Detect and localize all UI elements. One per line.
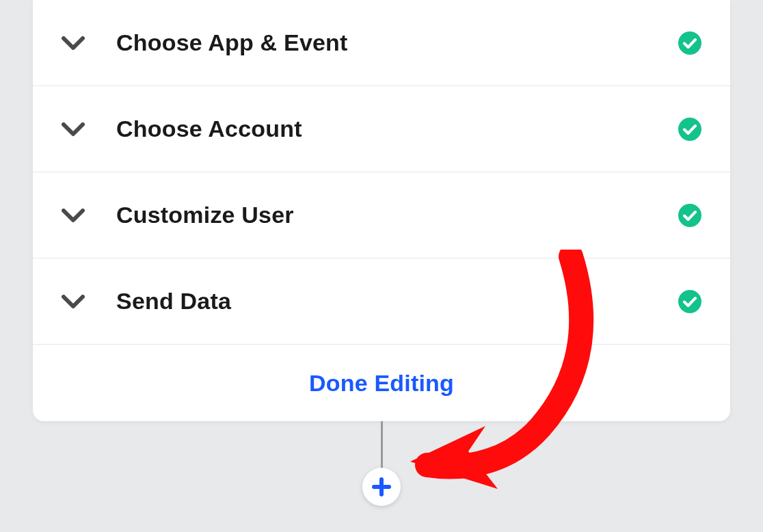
connector-line xyxy=(381,421,383,469)
chevron-down-icon xyxy=(62,36,85,51)
step-row-customize-user[interactable]: Customize User xyxy=(33,172,730,258)
add-step-button[interactable] xyxy=(362,468,401,506)
check-circle-icon xyxy=(678,204,701,227)
step-label: Choose App & Event xyxy=(116,29,678,56)
done-editing-row: Done Editing xyxy=(33,345,730,421)
chevron-down-icon xyxy=(62,295,85,310)
svg-point-1 xyxy=(678,118,701,141)
step-card: Choose App & Event Choose Account xyxy=(33,0,730,421)
add-step-connector xyxy=(0,421,763,506)
svg-point-3 xyxy=(678,290,701,313)
step-label: Customize User xyxy=(116,202,678,228)
check-circle-icon xyxy=(678,290,701,313)
plus-icon xyxy=(372,477,391,496)
step-label: Send Data xyxy=(116,288,678,315)
step-label: Choose Account xyxy=(116,116,678,142)
step-row-send-data[interactable]: Send Data xyxy=(33,258,730,345)
check-circle-icon xyxy=(678,118,701,141)
step-row-choose-app-event[interactable]: Choose App & Event xyxy=(33,0,730,86)
step-row-choose-account[interactable]: Choose Account xyxy=(33,86,730,172)
svg-point-2 xyxy=(678,204,701,227)
check-circle-icon xyxy=(678,31,701,55)
chevron-down-icon xyxy=(62,122,85,137)
done-editing-link[interactable]: Done Editing xyxy=(309,370,454,397)
chevron-down-icon xyxy=(62,209,85,224)
svg-point-0 xyxy=(678,31,701,55)
